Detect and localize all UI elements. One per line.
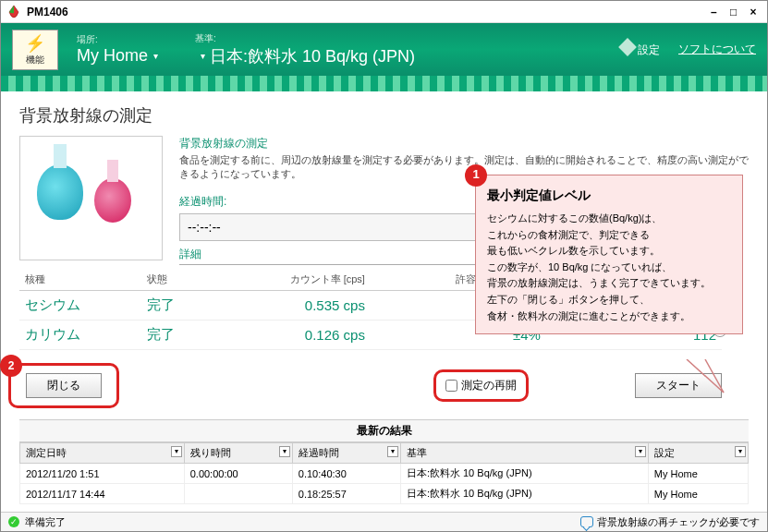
col-nuclide: 核種 <box>19 269 141 291</box>
status-message: 背景放射線の再チェックが必要です <box>597 515 760 529</box>
minimize-button[interactable]: – <box>705 6 722 18</box>
callout-title: 最小判定値レベル <box>487 185 731 205</box>
place-label: 場所: <box>77 33 158 46</box>
callout-line: セシウムに対するこの数値(Bq/kg)は、 <box>487 211 731 227</box>
chevron-down-icon[interactable]: ▾ <box>171 446 182 457</box>
close-highlight: 2 閉じる <box>8 363 119 408</box>
chevron-down-icon[interactable]: ▾ <box>387 446 398 457</box>
callout-line: これからの食材測定で、判定できる <box>487 227 731 244</box>
chevron-down-icon[interactable]: ▾ <box>279 446 290 457</box>
info-callout: 1 最小判定値レベル セシウムに対するこの数値(Bq/kg)は、 これからの食材… <box>475 175 743 335</box>
subsection-title: 背景放射線の測定 <box>179 136 749 151</box>
illustration-image <box>19 136 163 260</box>
window-title: PM1406 <box>27 6 705 18</box>
chevron-down-icon: ▾ <box>153 51 158 61</box>
function-label: 機能 <box>26 54 44 66</box>
svg-line-1 <box>705 359 724 393</box>
resume-checkbox[interactable] <box>445 380 457 392</box>
col-remaining[interactable]: 残り時間▾ <box>184 443 292 464</box>
callout-badge-2: 2 <box>0 355 22 377</box>
app-logo-icon <box>6 5 21 19</box>
chevron-down-icon[interactable]: ▾ <box>735 446 746 457</box>
bolt-icon: ⚡ <box>25 33 45 54</box>
callout-line: 食材・飲料水の測定に進むことができます。 <box>487 308 731 325</box>
resume-label: 測定の再開 <box>461 378 517 393</box>
callout-line: 背景の放射線測定は、うまく完了できています。 <box>487 275 731 292</box>
speech-bubble-icon <box>580 516 593 527</box>
detail-label: 詳細 <box>179 247 201 262</box>
col-standard[interactable]: 基準▾ <box>400 443 648 464</box>
col-settings[interactable]: 設定▾ <box>648 443 748 464</box>
page-title: 背景放射線の測定 <box>19 104 749 127</box>
table-row[interactable]: 2012/11/20 1:510.00:00:000.10:40:30日本:飲料… <box>20 464 749 484</box>
status-ok-icon: ✓ <box>8 516 19 527</box>
maximize-button[interactable]: □ <box>725 6 742 18</box>
header-bar: ⚡ 機能 場所: My Home▾ 基準: ▾ 日本:飲料水 10 Bq/kg … <box>1 23 767 75</box>
function-button[interactable]: ⚡ 機能 <box>12 30 58 70</box>
about-link[interactable]: ソフトについて <box>678 42 756 57</box>
callout-line: 左下の「閉じる」ボタンを押して、 <box>487 292 731 308</box>
standard-label: 基準: <box>195 32 415 45</box>
titlebar: PM1406 – □ × <box>1 1 767 23</box>
callout-line: 最も低いベクレル数を示しています。 <box>487 243 731 260</box>
resume-highlight: 測定の再開 <box>433 369 529 402</box>
callout-badge-1: 1 <box>465 164 487 187</box>
status-ready: 準備完了 <box>25 515 66 529</box>
svg-line-0 <box>687 359 724 393</box>
callout-line: この数字が、10 Bq/kg になっていれば、 <box>487 260 731 276</box>
results-grid: 測定日時▾ 残り時間▾ 経過時間▾ 基準▾ 設定▾ 2012/11/20 1:5… <box>19 442 749 504</box>
place-dropdown[interactable]: My Home▾ <box>77 46 158 66</box>
chevron-down-icon[interactable]: ▾ <box>635 446 646 457</box>
chevron-down-icon: ▾ <box>201 51 205 61</box>
close-window-button[interactable]: × <box>745 6 762 18</box>
col-state: 状態 <box>141 269 213 291</box>
close-button[interactable]: 閉じる <box>26 373 102 398</box>
header-stripes <box>1 76 767 91</box>
settings-link[interactable]: 設定 <box>621 41 660 58</box>
standard-dropdown[interactable]: ▾ 日本:飲料水 10 Bq/kg (JPN) <box>195 45 415 67</box>
col-elapsed[interactable]: 経過時間▾ <box>292 443 400 464</box>
status-bar: ✓ 準備完了 背景放射線の再チェックが必要です <box>1 512 767 531</box>
cube-icon <box>618 38 637 56</box>
col-count: カウント率 [cps] <box>213 269 371 291</box>
col-date[interactable]: 測定日時▾ <box>20 443 185 464</box>
table-row[interactable]: 2012/11/17 14:440.18:25:57日本:飲料水 10 Bq/k… <box>20 484 749 504</box>
results-header: 最新の結果 <box>19 419 749 442</box>
